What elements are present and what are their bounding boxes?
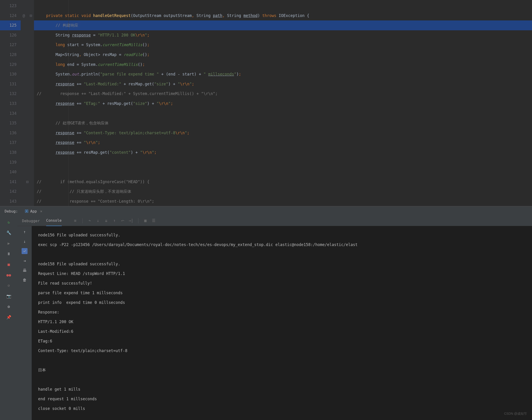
- code-area[interactable]: private static void handleGetRequest(Out…: [34, 0, 532, 206]
- line-number[interactable]: 132: [0, 89, 21, 99]
- stop-icon[interactable]: ■: [5, 261, 12, 268]
- fold-cell[interactable]: @ ⊟: [21, 11, 34, 21]
- line-number[interactable]: 129: [0, 60, 21, 70]
- softwrap-icon[interactable]: ⤶: [22, 248, 28, 254]
- fold-cell[interactable]: [21, 40, 34, 50]
- step-into-icon[interactable]: ↓: [95, 218, 101, 223]
- fold-cell[interactable]: [21, 99, 34, 108]
- fold-cell[interactable]: [21, 167, 34, 177]
- separator: [138, 218, 138, 223]
- code-line[interactable]: System.out.println("parse file expend ti…: [34, 69, 532, 79]
- code-line[interactable]: [34, 108, 532, 119]
- trace-icon[interactable]: ☰: [151, 218, 156, 223]
- run-to-cursor-icon[interactable]: →|: [129, 218, 133, 223]
- code-line[interactable]: String response = "HTTP/1.1 200 OK\r\n";: [34, 30, 532, 40]
- debug-config-tab[interactable]: App ×: [22, 209, 45, 213]
- line-number[interactable]: 125: [0, 20, 21, 30]
- fold-cell[interactable]: ⊟: [21, 177, 34, 187]
- scroll-end-icon[interactable]: ⇥: [22, 258, 28, 264]
- code-line[interactable]: [34, 1, 532, 11]
- line-number[interactable]: 136: [0, 128, 21, 138]
- line-number[interactable]: 133: [0, 99, 21, 108]
- line-number[interactable]: 124: [0, 11, 21, 21]
- fold-cell[interactable]: [21, 118, 34, 128]
- step-out-icon[interactable]: ↑: [112, 218, 117, 223]
- debug-toolwindow-header[interactable]: Debug: App ×: [0, 206, 532, 216]
- force-step-into-icon[interactable]: ⇊: [104, 218, 109, 223]
- code-line[interactable]: response += "Content-Type: text/plain;ch…: [34, 128, 532, 138]
- code-line[interactable]: // 构建响应: [34, 20, 532, 30]
- code-line[interactable]: response += resMap.get("content") + "\r\…: [34, 148, 532, 157]
- fold-cell[interactable]: [21, 196, 34, 206]
- line-number[interactable]: 130: [0, 69, 21, 79]
- debugger-tab[interactable]: Debugger: [22, 216, 40, 226]
- line-number[interactable]: 123: [0, 1, 21, 11]
- breakpoints-icon[interactable]: ●●: [5, 272, 12, 278]
- line-number-gutter[interactable]: 1231241251261271281291301311321331341351…: [0, 0, 21, 206]
- debug-main: Debugger Console ≡ ↷ ↓ ⇊ ↑ ⤺ →| ▦ ☰ ↑ ↓ …: [17, 216, 532, 420]
- down-icon[interactable]: ↓: [22, 239, 28, 244]
- fold-cell[interactable]: [21, 69, 34, 79]
- settings-gear-icon[interactable]: ⚙: [5, 303, 12, 310]
- code-line[interactable]: response += "\r\n";: [34, 138, 532, 148]
- show-exec-point-icon[interactable]: ≡: [73, 218, 78, 223]
- fold-cell[interactable]: [21, 157, 34, 167]
- code-line[interactable]: long end = System.currentTimeMillis();: [34, 60, 532, 70]
- code-line[interactable]: response += "Last-Modified:" + resMap.ge…: [34, 79, 532, 89]
- mute-bp-icon[interactable]: ⊘: [5, 282, 12, 289]
- line-number[interactable]: 127: [0, 40, 21, 50]
- code-line[interactable]: Map<String, Object> resMap = readFile();: [34, 50, 532, 60]
- line-number[interactable]: 141: [0, 177, 21, 187]
- console-tab[interactable]: Console: [46, 215, 61, 226]
- code-line[interactable]: response += "ETag:" + resMap.get("size")…: [34, 99, 532, 108]
- up-icon[interactable]: ↑: [22, 229, 28, 235]
- line-number[interactable]: 126: [0, 30, 21, 40]
- code-line[interactable]: [34, 157, 532, 167]
- code-line[interactable]: // 处理GET请求，包含响应体: [34, 118, 532, 128]
- evaluate-icon[interactable]: ▦: [143, 218, 148, 223]
- line-number[interactable]: 139: [0, 157, 21, 167]
- code-line[interactable]: long start = System.currentTimeMillis();: [34, 40, 532, 50]
- camera-icon[interactable]: 📷: [5, 293, 12, 299]
- line-number[interactable]: 137: [0, 138, 21, 148]
- fold-cell[interactable]: [21, 128, 34, 138]
- step-over-icon[interactable]: ↷: [87, 218, 92, 223]
- fold-cell[interactable]: [21, 187, 34, 196]
- code-line[interactable]: // if (method.equalsIgnoreCase("HEAD")) …: [34, 177, 532, 187]
- fold-cell[interactable]: [21, 1, 34, 11]
- line-number[interactable]: 142: [0, 187, 21, 196]
- fold-cell[interactable]: [21, 148, 34, 157]
- close-icon[interactable]: ×: [39, 209, 43, 213]
- clear-icon[interactable]: 🗑: [22, 277, 28, 283]
- line-number[interactable]: 138: [0, 148, 21, 157]
- pause-icon[interactable]: ⏸: [5, 251, 12, 257]
- fold-cell[interactable]: [21, 89, 34, 99]
- fold-cell[interactable]: [21, 30, 34, 40]
- settings-wrench-icon[interactable]: 🔧: [5, 229, 12, 236]
- code-line[interactable]: // response += "Content-Length: 0\r\n";: [34, 196, 532, 206]
- pin-icon[interactable]: 📌: [5, 314, 12, 320]
- code-line[interactable]: private static void handleGetRequest(Out…: [34, 11, 532, 21]
- line-number[interactable]: 128: [0, 50, 21, 60]
- line-number[interactable]: 140: [0, 167, 21, 177]
- line-number[interactable]: 135: [0, 118, 21, 128]
- line-number[interactable]: 143: [0, 196, 21, 206]
- rerun-icon[interactable]: ↻: [5, 219, 12, 225]
- line-number[interactable]: 131: [0, 79, 21, 89]
- fold-cell[interactable]: [21, 50, 34, 60]
- fold-cell[interactable]: [21, 60, 34, 70]
- fold-gutter[interactable]: @ ⊟⊟: [21, 0, 34, 206]
- resume-icon[interactable]: ▶: [5, 240, 12, 246]
- drop-frame-icon[interactable]: ⤺: [120, 218, 125, 223]
- fold-cell[interactable]: [21, 79, 34, 89]
- line-number[interactable]: 134: [0, 108, 21, 119]
- fold-cell[interactable]: [21, 138, 34, 148]
- print-icon[interactable]: 🖶: [22, 267, 28, 273]
- console-output[interactable]: node156 File uploaded successfully. exec…: [32, 226, 532, 420]
- code-line[interactable]: [34, 167, 532, 177]
- code-line[interactable]: // // 只发送响应头部，不发送响应体: [34, 187, 532, 196]
- fold-cell[interactable]: [21, 20, 34, 30]
- code-editor[interactable]: 1231241251261271281291301311321331341351…: [0, 0, 532, 206]
- fold-cell[interactable]: [21, 108, 34, 119]
- code-line[interactable]: // response += "Last-Modified:" + System…: [34, 89, 532, 99]
